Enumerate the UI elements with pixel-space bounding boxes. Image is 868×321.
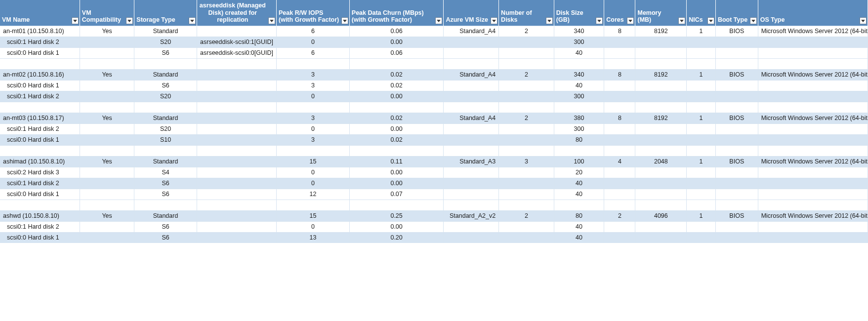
cell: S6 — [134, 189, 197, 200]
cell — [604, 232, 635, 243]
cell — [715, 91, 758, 102]
svg-marker-12 — [751, 20, 755, 22]
cell: S20 — [134, 37, 197, 47]
cell: 8192 — [635, 26, 687, 37]
cell — [635, 37, 687, 47]
cell — [715, 167, 758, 178]
cell: S4 — [134, 167, 197, 178]
cell — [197, 113, 276, 123]
cell: S6 — [134, 47, 197, 58]
cell: 0.00 — [349, 91, 444, 102]
filter-dropdown-icon[interactable] — [72, 17, 79, 24]
filter-dropdown-icon[interactable] — [596, 17, 603, 24]
cell: 0.02 — [349, 69, 444, 80]
cell: 6 — [277, 26, 350, 37]
filter-dropdown-icon[interactable] — [678, 17, 685, 24]
filter-dropdown-icon[interactable] — [126, 17, 133, 24]
svg-marker-0 — [73, 20, 77, 22]
cell: scsi0:0 Hard disk 1 — [0, 80, 80, 91]
col-header-label: Azure VM Size — [446, 16, 496, 23]
cell — [715, 47, 758, 58]
filter-dropdown-icon[interactable] — [268, 17, 275, 24]
cell: scsi0:0 Hard disk 1 — [0, 47, 80, 58]
disk-row: scsi0:0 Hard disk 1S630.0240 — [0, 80, 868, 91]
cell: Yes — [80, 26, 134, 37]
cell: 0 — [277, 91, 350, 102]
cell — [715, 80, 758, 91]
cell — [444, 123, 499, 134]
cell: 1 — [687, 69, 716, 80]
col-header-label: Peak R/W IOPS (with Growth Factor) — [279, 9, 347, 24]
cell — [80, 178, 134, 189]
cell: 0.06 — [349, 47, 444, 58]
cell — [715, 178, 758, 189]
cell: S6 — [134, 178, 197, 189]
cell — [687, 47, 716, 58]
filter-dropdown-icon[interactable] — [546, 17, 553, 24]
cell — [604, 123, 635, 134]
cell — [499, 134, 554, 145]
cell: 340 — [554, 26, 604, 37]
cell — [604, 178, 635, 189]
cell — [687, 189, 716, 200]
disk-row: scsi0:0 Hard disk 1S1030.0280 — [0, 134, 868, 145]
cell — [758, 178, 868, 189]
cell: 2 — [499, 113, 554, 123]
disk-row: scsi0:0 Hard disk 1S6130.2040 — [0, 232, 868, 243]
cell: 0.02 — [349, 80, 444, 91]
cell: 3 — [277, 134, 350, 145]
cell: Yes — [80, 156, 134, 167]
filter-dropdown-icon[interactable] — [435, 17, 442, 24]
filter-dropdown-icon[interactable] — [189, 17, 196, 24]
cell — [444, 189, 499, 200]
col-header-label: Peak Data Churn (MBps) (with Growth Fact… — [352, 9, 442, 24]
filter-dropdown-icon[interactable] — [707, 17, 714, 24]
cell: 2 — [604, 210, 635, 221]
vm-row: ashimad (10.150.8.10)YesStandard150.11St… — [0, 156, 868, 167]
cell — [604, 37, 635, 47]
cell: Standard — [134, 210, 197, 221]
disk-row: scsi0:1 Hard disk 2S600.0040 — [0, 221, 868, 232]
svg-marker-13 — [861, 20, 865, 22]
cell: Standard_A3 — [444, 156, 499, 167]
cell — [197, 91, 276, 102]
cell — [635, 123, 687, 134]
cell: 8192 — [635, 69, 687, 80]
cell — [635, 221, 687, 232]
cell: 0.00 — [349, 221, 444, 232]
cell — [687, 178, 716, 189]
cell — [604, 167, 635, 178]
cell: BIOS — [715, 26, 758, 37]
cell — [80, 80, 134, 91]
cell — [444, 221, 499, 232]
filter-dropdown-icon[interactable] — [341, 17, 348, 24]
svg-marker-7 — [547, 20, 551, 22]
cell — [80, 47, 134, 58]
filter-dropdown-icon[interactable] — [627, 17, 634, 24]
cell: 100 — [554, 156, 604, 167]
cell: an-mt02 (10.150.8.16) — [0, 69, 80, 80]
cell: 4096 — [635, 210, 687, 221]
cell: scsi0:2 Hard disk 3 — [0, 167, 80, 178]
col-header-label: Disk Size (GB) — [556, 9, 602, 24]
col-header: VM Name — [0, 0, 80, 26]
filter-dropdown-icon[interactable] — [750, 17, 757, 24]
cell — [499, 80, 554, 91]
filter-dropdown-icon[interactable] — [491, 17, 497, 24]
cell: Yes — [80, 210, 134, 221]
table-header-row: VM NameVM CompatibilityStorage Typeasrse… — [0, 0, 868, 26]
cell: 3 — [277, 113, 350, 123]
cell — [444, 80, 499, 91]
cell — [715, 232, 758, 243]
cell: Standard_A4 — [444, 113, 499, 123]
cell — [604, 189, 635, 200]
cell — [444, 167, 499, 178]
cell: Standard — [134, 69, 197, 80]
cell — [604, 91, 635, 102]
cell: 0.11 — [349, 156, 444, 167]
cell — [635, 47, 687, 58]
cell — [687, 232, 716, 243]
filter-dropdown-icon[interactable] — [860, 17, 867, 24]
cell — [197, 232, 276, 243]
cell — [604, 221, 635, 232]
